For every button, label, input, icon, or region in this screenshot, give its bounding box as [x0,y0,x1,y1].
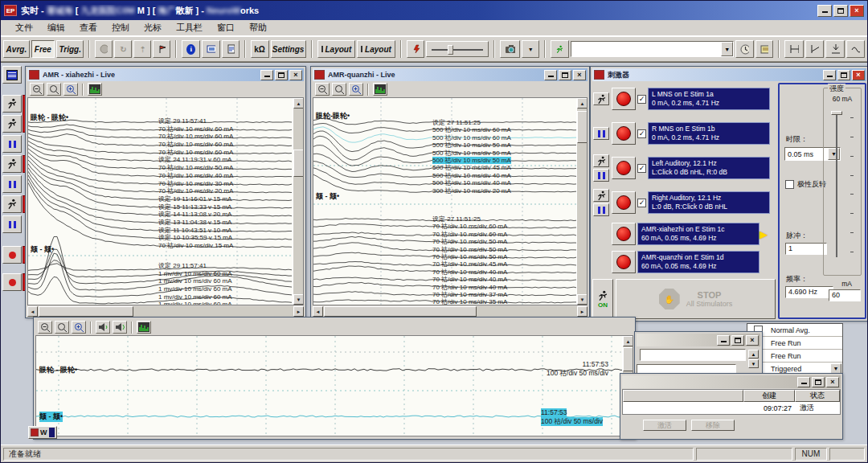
stop-all-stimulators-button[interactable]: ✋ STOP All Stimulators [616,279,776,319]
refresh-button[interactable]: ↻ [114,40,132,58]
stim-enable-checkbox[interactable]: ✓ [637,95,646,104]
horizontal-scrollbar[interactable]: ◄ ► [313,306,588,317]
table-header-created[interactable]: 创建 [743,390,795,402]
pause-button[interactable] [2,135,22,153]
close-button[interactable]: × [746,335,759,346]
close-button[interactable]: × [289,70,302,80]
close-button[interactable]: × [573,70,586,80]
stim-trigger-button[interactable] [612,88,636,110]
report-view-button[interactable] [222,40,240,58]
maximize-button[interactable] [837,70,850,80]
horizontal-scrollbar[interactable]: ◄ ► [27,306,304,317]
pause-button[interactable] [593,203,609,216]
minimize-button[interactable] [544,70,557,80]
minimize-button[interactable] [260,70,273,80]
menu-item[interactable]: 编辑 [41,20,72,35]
minimize-button[interactable] [717,335,730,346]
stim-enable-checkbox[interactable]: ✓ [637,199,646,207]
record-channel-button[interactable] [2,273,22,291]
list-box[interactable] [640,349,746,361]
zoom-out-button[interactable] [30,83,44,96]
histogram-button[interactable] [137,321,151,334]
close-button[interactable]: × [850,5,864,17]
stim-trigger-button[interactable] [612,251,636,273]
stim-trigger-button[interactable] [612,191,636,214]
zoom-in-button[interactable] [349,83,363,96]
run-button[interactable] [2,95,22,113]
stimulator-toolbar-button[interactable] [407,40,424,58]
scroll-up-icon[interactable]: ▲ [623,336,633,346]
menu-item[interactable]: 查看 [73,20,104,35]
minimize-button[interactable] [817,5,832,17]
table-header-status[interactable]: 状态 [795,390,840,402]
pause-button[interactable] [2,215,22,233]
close-button[interactable]: × [826,377,839,387]
vertical-scrollbar[interactable]: ▲ ▼ [293,98,303,305]
spinner-up-button[interactable]: ▲ [748,350,759,359]
wave-tool-button[interactable] [846,40,865,58]
stim-trigger-button[interactable] [612,122,636,145]
run-button[interactable] [593,154,609,167]
caliper-horizontal-button[interactable] [784,40,803,58]
zoom-in-button[interactable] [72,321,86,334]
maximize-button[interactable] [275,70,288,80]
close-button[interactable]: × [852,70,865,80]
layout-red-button[interactable]: Layout [317,40,356,58]
stim-channel-label[interactable]: R MNS on E Stim 1b0 mA, 0.2 ms, 4.71 Hz [648,122,770,145]
slider-handle-icon[interactable] [448,45,453,55]
scrollbar-thumb[interactable] [577,111,588,143]
zoom-in-button[interactable] [63,83,78,96]
impedance-button[interactable]: kΩ [251,40,269,58]
title-bar[interactable]: EP 实时 - 署城海 [ 九龙医院C0M M ] [ 海广散新 ] - Neu… [1,1,867,20]
minimize-button[interactable] [797,377,810,387]
chevron-down-icon[interactable]: ▼ [721,42,733,56]
pulse-input[interactable]: 1 [785,243,827,255]
stimulator-on-indicator[interactable]: ON [592,279,613,319]
pause-button[interactable] [2,175,22,193]
cursor-drop-button[interactable] [825,40,844,58]
zoom-reset-button[interactable] [47,83,61,96]
stim-enable-checkbox[interactable]: ✓ [637,164,646,173]
menu-item[interactable]: 光标 [137,20,168,35]
scroll-down-icon[interactable]: ▼ [293,294,304,305]
maximize-button[interactable] [833,5,848,17]
stim-channel-label[interactable]: AMR-xiahezhi on E Stim 1c60 mA, 0.05 ms,… [637,223,760,245]
child-title-bar[interactable]: × [637,334,760,346]
settings-button[interactable]: Settings [271,40,306,58]
scroll-right-icon[interactable]: ► [293,306,304,317]
scrollbar-thumb[interactable] [293,150,304,177]
stim-trigger-button[interactable] [612,157,636,179]
menu-item[interactable]: 帮助 [243,20,273,35]
zoom-out-button[interactable] [38,321,52,334]
montage-button[interactable] [2,66,22,84]
remove-button[interactable]: 移除 [691,420,735,431]
histogram-button[interactable] [373,83,387,96]
free-mode-button[interactable]: Free [31,40,55,58]
info-button[interactable]: i [182,40,200,58]
menu-item[interactable]: 控制 [105,20,136,35]
scroll-down-icon[interactable]: ▼ [577,294,588,305]
menu-item[interactable]: 窗口 [211,20,241,35]
child-title-bar[interactable]: 刺激器 × [592,68,866,81]
rate-input[interactable]: 4.690 Hz [785,286,833,298]
spinner-down-button[interactable]: ▼ [748,359,759,368]
table-row[interactable]: 09:07:27 激活 [623,402,840,414]
event-log-button[interactable] [755,40,774,58]
scroll-left-icon[interactable]: ◄ [27,306,38,317]
stim-enable-checkbox[interactable]: ✓ [637,129,646,138]
record-channel-button[interactable] [2,246,22,264]
child-title-bar[interactable]: × [622,375,841,388]
stim-channel-label[interactable]: Left Auditory, 12.1 HzL:Click 0 dB nHL, … [648,157,770,179]
scrollbar-thumb[interactable] [39,306,133,317]
stim-trigger-button[interactable] [612,223,636,245]
run-button[interactable] [2,115,22,133]
menu-item[interactable]: 文件 [9,20,39,35]
minimized-window-stub[interactable]: W [28,426,57,439]
minimize-button[interactable] [823,70,836,80]
scroll-left-icon[interactable]: ◄ [313,306,323,317]
zoom-reset-button[interactable] [332,83,346,96]
audio-monitor-2-button[interactable] [113,321,127,334]
slider-handle-icon[interactable] [831,111,842,115]
child-title-bar[interactable]: AMR-quanzhi - Live × [313,68,588,81]
stim-level-slider[interactable] [426,41,489,57]
